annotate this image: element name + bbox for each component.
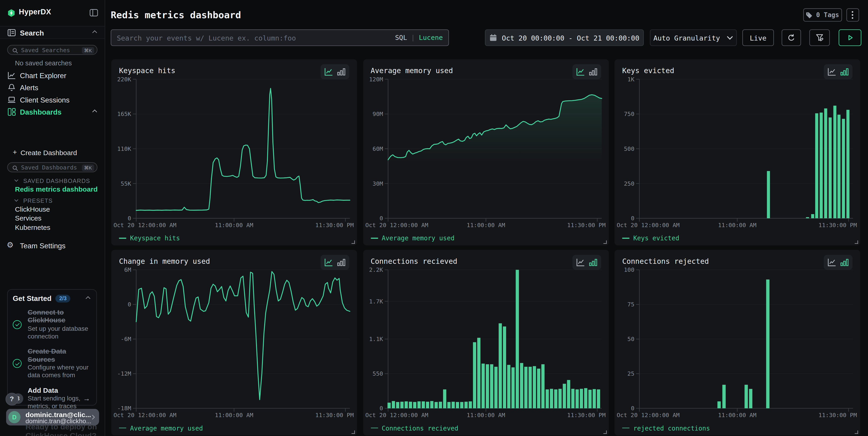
resize-handle[interactable] xyxy=(352,240,355,244)
gear-icon: ⚙ xyxy=(7,240,14,249)
svg-text:220K: 220K xyxy=(117,76,131,83)
resize-handle[interactable] xyxy=(603,240,607,244)
granularity-label: Auto Granularity xyxy=(653,33,720,42)
arrow-right-icon: → xyxy=(83,394,90,403)
svg-text:Oct 20 12:00:00 AM: Oct 20 12:00:00 AM xyxy=(365,411,428,418)
svg-text:0: 0 xyxy=(631,215,634,222)
legend-label: Keyspace hits xyxy=(130,234,180,242)
saved-dashboards-field[interactable] xyxy=(21,163,79,172)
refresh-icon xyxy=(787,33,796,42)
user-email: dominic.tran@clickho... xyxy=(26,418,92,425)
user-name: dominic.tran@clic... xyxy=(26,411,91,418)
svg-text:165K: 165K xyxy=(117,111,131,117)
lucene-toggle[interactable]: Lucene xyxy=(419,33,443,41)
chart-plot: 0255075100Oct 20 12:00:00 AM11:00:00 AM1… xyxy=(615,250,860,435)
chart-card: Keys evicted02505007501KOct 20 12:00:00 … xyxy=(615,59,860,245)
refresh-button[interactable] xyxy=(782,29,801,46)
filter-button[interactable] xyxy=(809,29,830,46)
tags-button[interactable]: 0 Tags xyxy=(803,8,842,22)
check-circle-icon xyxy=(13,359,22,368)
date-range-picker[interactable]: Oct 20 00:00:00 - Oct 21 00:00:00 xyxy=(485,29,644,46)
sidebar-item-team-settings[interactable]: ⚙ Team Settings xyxy=(0,239,105,252)
svg-text:Oct 20 12:00:00 AM: Oct 20 12:00:00 AM xyxy=(617,411,680,418)
get-started-step-1[interactable]: Connect to ClickHouse Set up your databa… xyxy=(13,309,91,340)
user-menu[interactable]: D dominic.tran@clic... dominic.tran@clic… xyxy=(6,409,99,425)
search-section-icon xyxy=(7,28,16,37)
chart-legend[interactable]: rejected connections xyxy=(622,424,710,432)
svg-text:11:00:00 AM: 11:00:00 AM xyxy=(215,411,253,418)
svg-text:500: 500 xyxy=(624,145,634,152)
chart-legend[interactable]: Keys evicted xyxy=(622,234,679,242)
presets-header-label: PRESETS xyxy=(23,197,53,204)
granularity-dropdown[interactable]: Auto Granularity xyxy=(650,29,737,46)
saved-dashboards-input[interactable]: ⌘K xyxy=(7,163,97,172)
calendar-icon xyxy=(489,34,497,41)
create-dashboard-button[interactable]: + Create Dashboard xyxy=(0,147,105,158)
svg-text:1.1K: 1.1K xyxy=(369,335,383,342)
sql-toggle[interactable]: SQL xyxy=(395,33,407,41)
help-button[interactable]: ? xyxy=(5,393,18,405)
saved-searches-field[interactable] xyxy=(21,45,79,54)
saved-searches-input[interactable]: ⌘K xyxy=(7,45,97,55)
chart-legend[interactable]: Average memory used xyxy=(371,234,455,242)
live-button[interactable]: Live xyxy=(742,29,774,46)
svg-text:1K: 1K xyxy=(627,76,634,83)
chart-plot: 030M60M90M120MOct 20 12:00:00 AM11:00:00… xyxy=(363,59,609,245)
svg-text:11:00:00 AM: 11:00:00 AM xyxy=(215,222,253,229)
svg-text:120M: 120M xyxy=(369,76,383,83)
saved-dashboards-header[interactable]: SAVED DASHBOARDS xyxy=(0,177,105,184)
create-dashboard-label: Create Dashboard xyxy=(21,149,77,156)
resize-handle[interactable] xyxy=(603,430,607,434)
sidebar-item-alerts[interactable]: Alerts xyxy=(0,81,105,94)
sidebar-item-kubernetes[interactable]: Kubernetes xyxy=(15,224,51,231)
sidebar-item-dashboards[interactable]: Dashboards xyxy=(0,106,105,118)
sidebar-item-services[interactable]: Services xyxy=(15,214,42,222)
get-started-step-2[interactable]: Create Data Sources Configure where your… xyxy=(13,348,91,379)
chevron-up-icon[interactable] xyxy=(86,296,90,301)
sidebar-item-client-sessions[interactable]: Client Sessions xyxy=(0,94,105,106)
chart-legend[interactable]: Average memory used xyxy=(119,424,203,432)
page-title: Redis metrics dashboard xyxy=(111,9,241,21)
resize-handle[interactable] xyxy=(855,240,858,244)
date-range-label: Oct 20 00:00:00 - Oct 21 00:00:00 xyxy=(502,33,639,42)
get-started-card: Get Started 2/3 Connect to ClickHouse Se… xyxy=(7,289,97,406)
query-language-toggle: SQL | Lucene xyxy=(395,33,443,41)
get-started-step-3[interactable]: 3 Add Data Start sending logs, metrics, … xyxy=(13,386,91,410)
svg-text:25: 25 xyxy=(627,370,634,377)
svg-text:0: 0 xyxy=(631,405,634,411)
main-header: Redis metrics dashboard 0 Tags SQL | Luc… xyxy=(105,0,868,53)
sidebar-item-clickhouse[interactable]: ClickHouse xyxy=(15,205,50,213)
sidebar-section-search[interactable]: Search xyxy=(0,26,105,39)
chart-plot: 055K110K165K220KOct 20 12:00:00 AM11:00:… xyxy=(111,59,357,245)
svg-text:11:00:00 AM: 11:00:00 AM xyxy=(466,411,505,418)
resize-handle[interactable] xyxy=(352,430,355,434)
saved-dashboards-header-label: SAVED DASHBOARDS xyxy=(23,177,90,184)
svg-text:1.7K: 1.7K xyxy=(369,297,383,304)
chart-plot: 05501.1K1.7K2.2KOct 20 12:00:00 AM11:00:… xyxy=(363,250,609,435)
presets-header[interactable]: PRESETS xyxy=(0,197,105,204)
teaser-line-2: ClickHouse Cloud? xyxy=(26,431,96,436)
event-search-box[interactable]: SQL | Lucene xyxy=(111,29,449,46)
legend-marker xyxy=(622,428,629,429)
run-query-button[interactable] xyxy=(839,29,861,46)
resize-handle[interactable] xyxy=(855,430,858,434)
hyperdx-logo-icon xyxy=(7,9,16,17)
more-options-button[interactable] xyxy=(846,8,859,22)
progress-badge: 2/3 xyxy=(55,294,70,302)
chart-legend[interactable]: Connections recieved xyxy=(371,424,458,432)
search-icon xyxy=(12,165,19,171)
check-circle-icon xyxy=(13,320,22,329)
svg-text:60M: 60M xyxy=(372,145,383,152)
sidebar-collapse-icon[interactable] xyxy=(90,9,98,17)
svg-text:11:00:00 AM: 11:00:00 AM xyxy=(466,222,505,229)
sidebar-item-label: Chart Explorer xyxy=(20,71,66,80)
sidebar-item-chart-explorer[interactable]: Chart Explorer xyxy=(0,69,105,81)
step-desc: Configure where your data comes from xyxy=(28,364,92,379)
event-search-input[interactable] xyxy=(117,30,377,45)
legend-label: rejected connections xyxy=(633,424,710,432)
live-label: Live xyxy=(750,33,767,42)
svg-text:55K: 55K xyxy=(121,180,131,187)
sidebar-item-redis-dashboard[interactable]: Redis metrics dashboard xyxy=(15,186,98,194)
chart-legend[interactable]: Keyspace hits xyxy=(119,234,180,242)
avatar: D xyxy=(8,411,21,423)
